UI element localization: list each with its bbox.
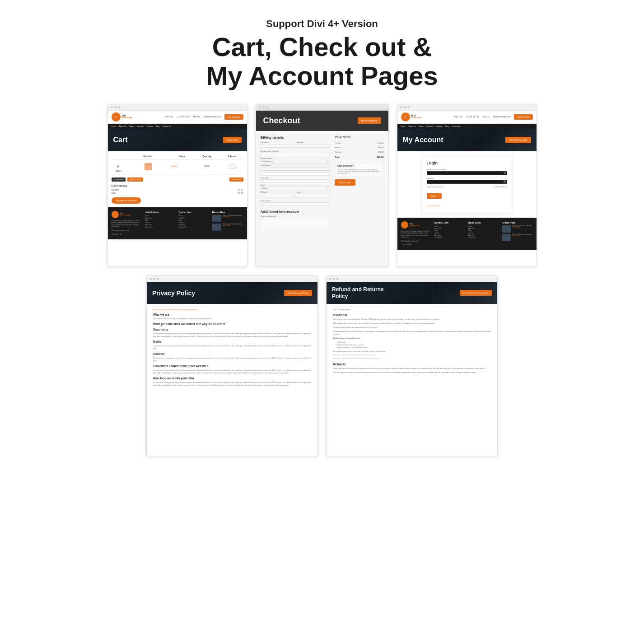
checkout-content: Billing details First name * Last name *… xyxy=(256,131,388,237)
order-section: Your order Product Subtotal Boxes: x1 $4… xyxy=(335,135,383,233)
cart-breadcrumb: Home Cart xyxy=(223,137,241,143)
browser-dot xyxy=(400,106,402,108)
footer-post-2: Post 5 – Lorem ipsum is Dummy July 16 20… xyxy=(212,224,243,231)
logo-account: D DIVI PROFESSIONAL xyxy=(401,112,422,121)
account-content: Login Username or email address Password xyxy=(397,151,537,218)
main-title: Cart, Check out & My Account Pages xyxy=(206,33,438,90)
privacy-breadcrumb: Home Privacy Policy xyxy=(284,290,312,296)
browser-dot xyxy=(262,106,265,108)
site-header-account: D DIVI PROFESSIONAL Free Call +1 234 567… xyxy=(397,111,537,124)
privacy-hero-title: Privacy Policy xyxy=(152,289,195,297)
phone-input[interactable] xyxy=(296,194,330,197)
account-hero-title: My Account xyxy=(403,136,443,144)
main-title-line1: Cart, Check out & xyxy=(212,32,432,61)
quote-btn[interactable]: Get A Quote xyxy=(224,114,243,120)
nav-account: Home About Us Pages Services Projects Bl… xyxy=(397,124,537,129)
apply-coupon-btn[interactable]: Apply coupon xyxy=(127,177,143,182)
logo-cart: D DIVI PROFESSIONAL xyxy=(112,112,133,121)
place-order-btn[interactable]: Place order xyxy=(335,179,355,186)
checkout-btn[interactable]: Proceed to checkout xyxy=(112,197,141,204)
checkout-breadcrumb: Home Checkout xyxy=(358,117,381,124)
browser-chrome-account xyxy=(397,104,537,111)
footer-recent-posts: Recent Post Post 4 – Lorem ipsum is Dumm… xyxy=(212,211,243,236)
name-row: First name * Last name * xyxy=(261,142,331,149)
order-subtotal-row: Subtotal $40.00 xyxy=(335,150,383,154)
login-btn[interactable]: Log in xyxy=(427,193,442,199)
cart-qty[interactable]: 1 xyxy=(229,164,236,169)
logo-text-account: DIVI PROFESSIONAL xyxy=(411,115,422,119)
first-name-input[interactable] xyxy=(261,144,295,148)
checkout-title: Checkout xyxy=(263,116,300,126)
footer-logo-circle-account xyxy=(401,221,408,229)
payment-method-box: Cash on delivery Your personal data will… xyxy=(335,162,383,177)
header-contact-account: Free Call +1 234 567 89 Mail Us info@exa… xyxy=(454,114,532,120)
remember-checkbox[interactable] xyxy=(493,186,495,188)
footer-logo-text: DIVI PROFESSIONAL xyxy=(120,212,131,216)
footer-useful-links-account: Usefull Links Home About Us FAQ Career B… xyxy=(434,221,466,246)
footer-post-1: Post 4 – Lorem ipsum is Dummy July 16 20… xyxy=(212,215,243,222)
state-select[interactable]: California ▾ xyxy=(261,187,331,190)
password-input[interactable] xyxy=(427,180,507,184)
cart-product-img xyxy=(145,163,152,170)
city-input[interactable] xyxy=(261,179,331,183)
browser-dot xyxy=(329,278,331,280)
preview-grid-bottom: Privacy Policy Home Privacy Policy https… xyxy=(27,275,617,456)
footer-post-img-2 xyxy=(212,224,221,231)
cart-hero-title: Cart xyxy=(113,136,128,144)
browser-dot xyxy=(333,278,335,280)
remove-icon[interactable]: × xyxy=(117,165,119,168)
privacy-page-preview: Privacy Policy Home Privacy Policy https… xyxy=(146,275,318,456)
email-input[interactable] xyxy=(261,202,331,206)
nav-cart: Home About Us Pages Services Projects Bl… xyxy=(108,124,247,129)
footer-cart: DIVI PROFESSIONAL Lorem Ipsum is simply … xyxy=(108,207,247,239)
browser-dot xyxy=(259,106,261,108)
subtotal-row: Subtotal $4.00 xyxy=(112,189,243,191)
browser-chrome-refund xyxy=(327,276,497,282)
footer-recent-posts-account: Recent Post Post 4 – Lorem ipsum is Dumm… xyxy=(502,221,533,246)
country-select[interactable]: United States (US) ▾ xyxy=(261,160,331,163)
account-page-preview: D DIVI PROFESSIONAL Free Call +1 234 567… xyxy=(397,104,537,266)
footer-post-account-2: Post 5 – Lorem ipsum is Dummy July 16 20… xyxy=(502,234,533,241)
zip-input[interactable] xyxy=(261,194,295,197)
cart-totals: Cart totals Subtotal $4.00 Total $4.00 P… xyxy=(112,184,243,204)
company-input[interactable] xyxy=(261,153,331,156)
coupon-btn[interactable]: Coupon cart xyxy=(112,177,126,182)
hero-account: My Account Home My Account xyxy=(397,129,537,151)
footer-account: DIVI PROFESSIONAL Lorem Ipsum is simply … xyxy=(397,218,537,250)
address-input[interactable] xyxy=(261,167,331,171)
order-header-row: Product Subtotal xyxy=(335,141,383,145)
cart-buttons: Coupon cart Apply coupon Update cart xyxy=(112,177,243,182)
browser-chrome-privacy xyxy=(147,276,317,282)
logo-circle-account: D xyxy=(401,112,410,121)
user-icon xyxy=(504,172,506,174)
notes-textarea[interactable] xyxy=(261,218,331,231)
browser-dot xyxy=(114,106,117,108)
cart-table-header: Product Price Quantity Subtotal xyxy=(112,155,243,159)
browser-dot xyxy=(404,106,406,108)
browser-dot xyxy=(153,278,155,280)
footer-quick-links: Quick Links Home About Us FAQ Career Blo… xyxy=(179,211,210,236)
quote-btn-account[interactable]: Get A Quote xyxy=(514,114,532,120)
login-box: Login Username or email address Password xyxy=(422,156,512,213)
site-header-cart: D DIVI PROFESSIONAL Free Call +1 234 567… xyxy=(108,111,247,124)
total-row: Total $4.00 xyxy=(112,192,243,194)
browser-dot xyxy=(149,278,152,280)
username-input[interactable] xyxy=(427,171,507,175)
remember-row: Forgot your password ? Remember me xyxy=(427,186,507,188)
checkout-header: Checkout Home Checkout xyxy=(256,111,388,131)
last-name-input[interactable] xyxy=(296,144,330,148)
update-cart-btn[interactable]: Update cart xyxy=(229,177,243,182)
browser-chrome-cart xyxy=(108,104,247,111)
apartment-input[interactable] xyxy=(261,172,331,176)
browser-dot xyxy=(157,278,159,280)
main-title-line2: My Account Pages xyxy=(206,61,438,90)
lost-password[interactable]: Lost your account? xyxy=(427,205,440,207)
footer-logo-circle xyxy=(112,211,119,218)
account-breadcrumb: Home My Account xyxy=(505,137,531,143)
footer-post-account-1: Post 4 – Lorem ipsum is Dummy July 16 20… xyxy=(502,225,533,233)
browser-dot xyxy=(336,278,339,280)
cart-content: Product Price Quantity Subtotal × Button… xyxy=(108,151,247,207)
browser-dot xyxy=(266,106,268,108)
logo-circle: D xyxy=(112,112,121,121)
cart-row: × Buttons $4.00 1 $4.00 xyxy=(112,161,243,175)
